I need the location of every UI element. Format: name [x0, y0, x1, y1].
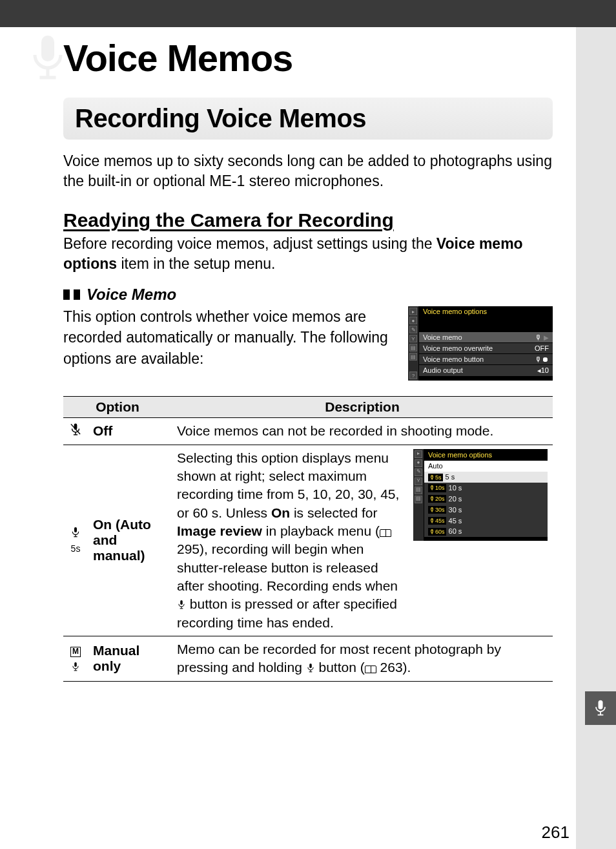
duration-option: 🎙5s5 s — [424, 472, 548, 483]
duration-label: 30 s — [449, 505, 462, 515]
duration-option: 🎙20s20 s — [424, 494, 548, 505]
side-strip — [576, 27, 616, 849]
section-title: Recording Voice Memos — [63, 98, 553, 140]
icon-suffix: 5s — [71, 543, 81, 554]
duration-tag: 🎙60s — [428, 528, 446, 536]
submenu-title: Voice memo options — [424, 449, 548, 461]
camera-menu-screenshot: ▸ ● ✎ Y ▤ ▤ ? Voice memo options Voice m… — [408, 306, 553, 381]
menu-row-label: Voice memo — [423, 333, 462, 341]
sidebar-icon: ▤ — [415, 487, 422, 494]
duration-tag: 🎙45s — [428, 517, 446, 525]
table-row: M Manual only Memo can be recorded for m… — [63, 636, 553, 681]
subheading: Readying the Camera for Recording — [63, 209, 553, 231]
duration-option: 🎙60s60 s — [424, 526, 548, 537]
option-label: Manual only — [88, 636, 172, 681]
duration-tag: 🎙20s — [428, 495, 446, 503]
duration-tag: 🎙10s — [428, 484, 446, 492]
duration-option: 🎙30s30 s — [424, 505, 548, 516]
menu-row-value: OFF — [535, 344, 549, 352]
mic-icon — [177, 599, 186, 611]
sidebar-icon: ▤ — [409, 353, 417, 361]
menu-sidebar: ▸ ● ✎ Y ▤ ▤ ? — [408, 306, 418, 381]
menu-row: Voice memo overwrite OFF — [419, 343, 553, 354]
desc-text: 295), recording will begin when shutter-… — [177, 541, 398, 593]
book-icon — [380, 529, 391, 537]
menu-row-value: ◂10 — [537, 366, 549, 375]
page-content: Voice Memos Recording Voice Memos Voice … — [0, 27, 576, 849]
table-row: Off Voice memos can not be recorded in s… — [63, 418, 553, 445]
option-description: Selecting this option displays menu show… — [172, 445, 553, 636]
submenu-subtitle: Auto — [424, 461, 548, 472]
desc-bold: Image review — [177, 523, 262, 538]
th-option: Option — [63, 397, 172, 418]
subheading-body: Before recording voice memos, adjust set… — [63, 234, 553, 274]
desc-text: button is pressed or after specified rec… — [177, 596, 397, 629]
mic-icon — [306, 662, 315, 674]
menu-row-label: Voice memo overwrite — [423, 344, 493, 352]
svg-rect-0 — [599, 700, 603, 709]
m-box-icon: M — [70, 647, 81, 656]
mic-icon — [593, 699, 608, 717]
menu-title: Voice memo options — [419, 306, 553, 319]
sidebar-icon: Y — [409, 335, 417, 342]
book-icon — [365, 666, 376, 673]
bullet-square-icon — [74, 289, 80, 300]
sidebar-icon: ● — [409, 317, 417, 324]
options-table: Option Description Off Voice memos can n… — [63, 396, 553, 681]
intro-text: Voice memos up to sixty seconds long can… — [63, 152, 552, 189]
mic-watermark-icon — [28, 32, 67, 84]
svg-rect-3 — [41, 36, 54, 61]
menu-row: Voice memo 🎙︎ ▶ — [419, 332, 553, 343]
top-bar — [0, 0, 616, 27]
desc-text: in playback menu ( — [262, 523, 380, 538]
sidebar-icon: ✎ — [409, 326, 417, 333]
menu-row-label: Voice memo button — [423, 355, 484, 363]
menu-row: Voice memo button 🎙︎⏺ — [419, 354, 553, 365]
option-description: Memo can be recorded for most recent pho… — [172, 636, 553, 681]
sidebar-icon: ▤ — [409, 344, 417, 351]
duration-label: 10 s — [449, 483, 462, 493]
option-description: Voice memos can not be recorded in shoot… — [172, 418, 553, 445]
mic-off-icon: 🎙︎ — [535, 333, 542, 341]
option-label: Off — [88, 418, 172, 445]
camera-submenu-screenshot: ▸ ● ✎ Y ▤ ▤ Voice memo options Auto 🎙5s5… — [413, 449, 548, 541]
thumb-tab-mic-icon — [585, 691, 616, 725]
option-icon-cell — [63, 418, 88, 445]
duration-option: 🎙45s45 s — [424, 516, 548, 527]
duration-option: 🎙10s10 s — [424, 483, 548, 494]
chapter-title-text: Voice Memos — [63, 37, 293, 79]
bullet-heading: Voice Memo — [63, 286, 576, 304]
th-description: Description — [172, 397, 553, 418]
sidebar-icon: ● — [415, 459, 422, 467]
subheading-text: Readying the Camera for Recording — [63, 209, 394, 231]
bullet-title: Voice Memo — [87, 286, 176, 304]
option-icon-cell: M — [63, 636, 88, 681]
chapter-title: Voice Memos — [0, 27, 576, 79]
bullet-square-icon — [63, 289, 70, 300]
sidebar-help-icon: ? — [409, 372, 417, 379]
desc-text: 263). — [376, 660, 411, 675]
menu-row: Audio output ◂10 — [419, 365, 553, 377]
desc-text: button ( — [315, 660, 365, 675]
intro-paragraph: Voice memos up to sixty seconds long can… — [63, 151, 553, 191]
mic-off-icon — [69, 423, 82, 437]
duration-label: 60 s — [449, 527, 462, 536]
sub-pre: Before recording voice memos, adjust set… — [63, 235, 436, 252]
svg-rect-16 — [74, 662, 77, 667]
menu-row-value: 🎙︎⏺ — [535, 355, 549, 363]
svg-rect-19 — [309, 664, 312, 668]
section-title-text: Recording Voice Memos — [75, 104, 366, 132]
svg-rect-13 — [180, 600, 183, 605]
chevron-right-icon: ▶ — [544, 334, 549, 341]
duration-label: 45 s — [449, 516, 462, 526]
sidebar-icon: ✎ — [415, 468, 422, 476]
menu-row-label: Audio output — [423, 366, 463, 375]
bullet-body: This option controls whether voice memos… — [63, 306, 399, 381]
svg-rect-10 — [74, 527, 77, 532]
sidebar-icon: ▸ — [409, 308, 417, 315]
duration-tag: 🎙30s — [428, 506, 446, 514]
mic-icon — [71, 661, 80, 673]
menu-sidebar: ▸ ● ✎ Y ▤ ▤ — [413, 449, 424, 541]
option-icon-cell: 5s — [63, 445, 88, 636]
sidebar-icon: ▤ — [415, 496, 422, 503]
